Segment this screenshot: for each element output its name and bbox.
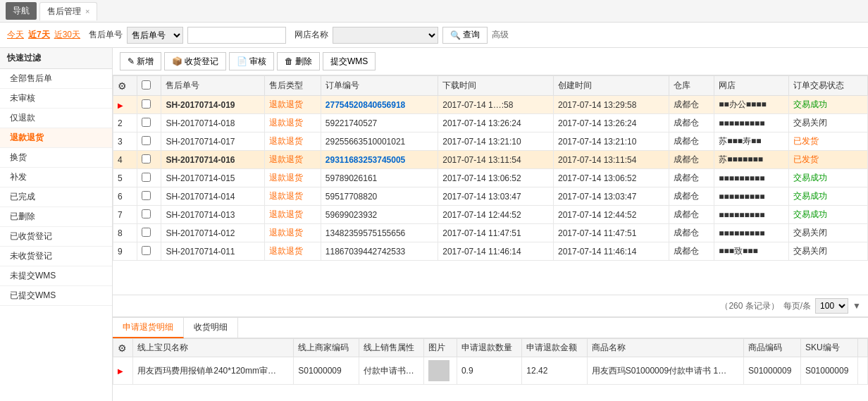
bottom-col-6: 申请退款金额 [522, 339, 587, 357]
receive-button[interactable]: 📦 收货登记 [164, 52, 226, 70]
tab-close-icon[interactable]: × [85, 7, 89, 16]
active-tab[interactable]: 售后管理 × [39, 2, 97, 20]
sidebar-item-8[interactable]: 已收货登记 [0, 227, 112, 247]
bottom-table-container[interactable]: ⚙线上宝贝名称线上商家编码线上销售属性图片申请退款数量申请退款金额商品名称商品编… [113, 338, 868, 401]
query-button[interactable]: 🔍 查询 [442, 27, 488, 44]
cell-order_no-7: 13482359575155656 [321, 224, 438, 242]
sidebar-item-7[interactable]: 已删除 [0, 207, 112, 227]
row-check[interactable] [142, 173, 151, 182]
sidebar-item-3[interactable]: 退款退货 [0, 128, 112, 148]
col-header-6: 创建时间 [553, 76, 669, 96]
row-checkbox-2[interactable] [137, 132, 161, 151]
cell-type-6: 退款退货 [264, 206, 321, 224]
cell-status-7: 交易关闭 [789, 224, 868, 242]
cell-download_time-0: 2017-07-14 1…:58 [438, 96, 554, 114]
settings-icon[interactable]: ⚙ [118, 80, 127, 92]
row-checkbox-5[interactable] [137, 187, 161, 206]
row-check[interactable] [142, 228, 151, 237]
cell-warehouse-7: 成都仓 [669, 224, 714, 242]
audit-button[interactable]: 📄 审核 [229, 52, 274, 70]
bottom-table-row[interactable]: ▶用友西玛费用报销单240*120mm审…S01000009付款申请书…0.91… [113, 357, 868, 385]
cell-warehouse-1: 成都仓 [669, 114, 714, 132]
cell-aftersale_no-1: SH-20170714-018 [161, 114, 264, 132]
bottom-cell-name-0: 用友西玛费用报销单240*120mm审… [133, 357, 294, 385]
row-check[interactable] [142, 246, 151, 255]
cell-shop-1: ■■■■■■■■■ [714, 114, 789, 132]
top-nav: 导航 售后管理 × [0, 0, 868, 23]
total-count: （260 条记录） [720, 300, 779, 312]
sidebar-item-4[interactable]: 换货 [0, 148, 112, 168]
action-toolbar: ✎ 新增 📦 收货登记 📄 审核 🗑 删除 提交WMS [113, 48, 868, 75]
cell-download_time-4: 2017-07-14 13:06:52 [438, 169, 554, 187]
col-header-2: 售后单号 [161, 76, 264, 96]
bottom-col-7: 商品名称 [587, 339, 743, 357]
bottom-cell-product-code-0: S01000009 [744, 357, 801, 385]
row-check[interactable] [142, 209, 151, 218]
shop-select[interactable] [333, 27, 438, 44]
filter-label: 售后单号 [89, 29, 123, 41]
bottom-settings-icon[interactable]: ⚙ [118, 343, 127, 354]
sidebar-item-6[interactable]: 已完成 [0, 187, 112, 207]
month-btn[interactable]: 近30天 [54, 29, 80, 41]
sidebar-item-1[interactable]: 未审核 [0, 89, 112, 109]
left-sidebar: 快速过滤 全部售后单未审核仅退款退款退货换货补发已完成已删除已收货登记未收货登记… [0, 48, 113, 401]
filter-type-select[interactable]: 售后单号 [127, 27, 183, 44]
row-checkbox-0[interactable] [137, 96, 161, 114]
bottom-tab-1[interactable]: 收货明细 [184, 318, 238, 338]
row-checkbox-6[interactable] [137, 206, 161, 224]
bottom-panel: 申请退货明细收货明细 ⚙线上宝贝名称线上商家编码线上销售属性图片申请退款数量申请… [113, 316, 868, 401]
select-all-checkbox[interactable] [142, 80, 151, 90]
bottom-tab-0[interactable]: 申请退货明细 [113, 318, 184, 338]
delete-button[interactable]: 🗑 删除 [277, 52, 320, 70]
product-image [428, 360, 450, 381]
cell-create_time-3: 2017-07-14 13:11:54 [553, 151, 669, 169]
cell-shop-8: ■■■致■■■ [714, 242, 789, 261]
row-checkbox-8[interactable] [137, 242, 161, 261]
table-row[interactable]: 4SH-20170714-016退款退货29311683253745005201… [113, 151, 868, 169]
main-table-container[interactable]: ⚙售后单号售后类型订单编号下载时间创建时间仓库网店订单交易状态 ▶SH-2017… [113, 75, 868, 295]
cell-order_no-4: 59789026161 [321, 169, 438, 187]
row-checkbox-7[interactable] [137, 224, 161, 242]
sidebar-item-0[interactable]: 全部售后单 [0, 69, 112, 89]
per-page-label: 每页/条 [783, 300, 811, 312]
row-flag-3: 4 [113, 151, 137, 169]
table-row[interactable]: 9SH-20170714-011退款退货11867039442742533201… [113, 242, 868, 261]
cell-shop-5: ■■■■■■■■■ [714, 187, 789, 206]
sidebar-item-2[interactable]: 仅退款 [0, 109, 112, 128]
table-row[interactable]: 6SH-20170714-014退款退货595177088202017-07-1… [113, 187, 868, 206]
row-check[interactable] [142, 99, 151, 109]
search-input[interactable] [187, 27, 286, 44]
row-checkbox-4[interactable] [137, 169, 161, 187]
plus-icon: ✎ [128, 56, 135, 66]
row-check[interactable] [142, 154, 151, 164]
row-check[interactable] [142, 136, 151, 145]
row-checkbox-3[interactable] [137, 151, 161, 169]
row-checkbox-1[interactable] [137, 114, 161, 132]
table-row[interactable]: 5SH-20170714-015退款退货597890261612017-07-1… [113, 169, 868, 187]
row-flag-4: 5 [113, 169, 137, 187]
table-row[interactable]: 8SH-20170714-012退款退货13482359575155656201… [113, 224, 868, 242]
row-check[interactable] [142, 118, 151, 127]
row-check[interactable] [142, 191, 151, 200]
sidebar-item-10[interactable]: 未提交WMS [0, 266, 112, 286]
col-header-3: 售后类型 [264, 76, 321, 96]
table-row[interactable]: ▶SH-20170714-019退款退货27754520840656918201… [113, 96, 868, 114]
sidebar-item-11[interactable]: 已提交WMS [0, 286, 112, 306]
col-header-8: 网店 [714, 76, 789, 96]
add-button[interactable]: ✎ 新增 [120, 52, 161, 70]
bottom-cell-sku-code-0: S01000009 [800, 357, 857, 385]
today-btn[interactable]: 今天 [7, 29, 24, 41]
table-row[interactable]: 2SH-20170714-018退款退货592217405272017-07-1… [113, 114, 868, 132]
advanced-button[interactable]: 高级 [492, 29, 509, 41]
chevron-down-icon: ▼ [852, 301, 861, 311]
per-page-select[interactable]: 2050100200 [815, 298, 848, 314]
delete-icon: 🗑 [285, 56, 293, 66]
sidebar-item-5[interactable]: 补发 [0, 168, 112, 187]
sidebar-item-9[interactable]: 未收货登记 [0, 247, 112, 266]
bottom-col-3: 线上销售属性 [359, 339, 423, 357]
table-row[interactable]: 7SH-20170714-013退款退货596990239322017-07-1… [113, 206, 868, 224]
row-flag-5: 6 [113, 187, 137, 206]
week-btn[interactable]: 近7天 [28, 29, 50, 41]
table-row[interactable]: 3SH-20170714-017退款退货29255663510001021201… [113, 132, 868, 151]
wms-button[interactable]: 提交WMS [323, 52, 376, 70]
